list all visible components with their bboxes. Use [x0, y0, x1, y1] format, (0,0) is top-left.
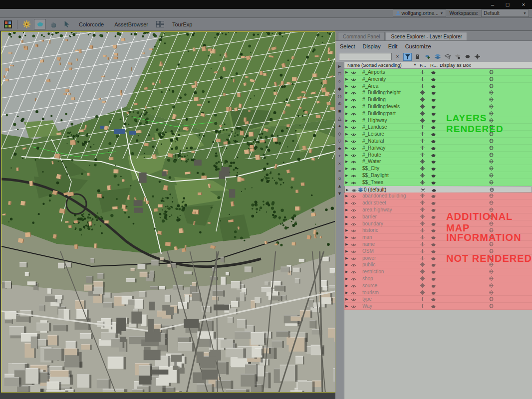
render-teapot-icon[interactable]	[431, 242, 436, 248]
app-grid-icon[interactable]	[2, 19, 14, 29]
maximize-button[interactable]: □	[500, 0, 515, 9]
filter-funnel-icon[interactable]	[403, 53, 412, 61]
display-filter-icon[interactable]: ×	[336, 160, 343, 167]
menu-display[interactable]: Display	[363, 43, 381, 49]
display-filter-icon[interactable]: ▼	[336, 190, 343, 197]
expand-arrow-icon[interactable]: ▶	[345, 208, 348, 212]
layer-row[interactable]: ▶#_Railway	[344, 145, 532, 152]
render-teapot-icon[interactable]	[431, 181, 436, 186]
layer-row[interactable]: ▶#_Building:part	[344, 110, 532, 117]
menu-select[interactable]: Select	[340, 43, 355, 49]
layer-row[interactable]: ▶Way	[344, 303, 532, 310]
frozen-snowflake-icon[interactable]	[420, 200, 425, 206]
display-as-box-globe-icon[interactable]	[489, 194, 494, 199]
display-as-box-globe-icon[interactable]	[489, 249, 494, 254]
layer-row[interactable]: ▶#_Route	[344, 152, 532, 159]
display-as-box-globe-icon[interactable]	[489, 70, 494, 75]
layer-row[interactable]: ▶#_Landuse	[344, 124, 532, 131]
window-grid-icon[interactable]	[154, 19, 166, 29]
eye-visibility-icon[interactable]	[351, 167, 356, 172]
expand-arrow-icon[interactable]: ▶	[345, 284, 348, 288]
layer-row[interactable]: ▶OSM	[344, 248, 532, 255]
display-as-box-globe-icon[interactable]	[489, 132, 494, 137]
eye-visibility-icon[interactable]	[351, 201, 356, 206]
display-as-box-globe-icon[interactable]	[490, 188, 494, 193]
eye-visibility-icon[interactable]	[351, 215, 356, 220]
render-teapot-icon[interactable]	[431, 291, 436, 296]
eye-visibility-icon[interactable]	[351, 284, 356, 289]
eye-visibility-icon[interactable]	[351, 77, 356, 83]
frozen-snowflake-icon[interactable]	[420, 139, 425, 144]
colorcode-button[interactable]: Colorcode	[74, 19, 108, 29]
render-teapot-icon[interactable]	[431, 84, 436, 90]
create-layer-button[interactable]	[423, 53, 432, 61]
display-as-box-globe-icon[interactable]	[489, 153, 494, 158]
layer-row[interactable]: ▶#_Natural	[344, 138, 532, 145]
render-teapot-icon[interactable]	[431, 256, 436, 262]
explorer-settings-gear-icon[interactable]	[473, 53, 482, 61]
layer-row[interactable]: ▶#_Building:levels	[344, 103, 532, 110]
frozen-snowflake-icon[interactable]	[420, 221, 425, 227]
assetbrowser-button[interactable]: AssetBrowser	[110, 19, 153, 29]
select-layer-objects-button[interactable]	[443, 53, 452, 61]
lock-icon[interactable]	[413, 53, 422, 61]
frozen-snowflake-icon[interactable]	[420, 235, 425, 240]
frozen-snowflake-icon[interactable]	[420, 269, 425, 275]
display-as-box-globe-icon[interactable]	[489, 159, 494, 165]
render-teapot-icon[interactable]	[431, 174, 436, 179]
expand-arrow-icon[interactable]: ▶	[345, 146, 348, 150]
expand-arrow-icon[interactable]: ▶	[345, 201, 348, 205]
eye-visibility-icon[interactable]	[351, 235, 356, 241]
display-filter-icon[interactable]: ≡	[336, 168, 343, 175]
layer-row[interactable]: ▶#_Amenity	[344, 76, 532, 83]
frozen-snowflake-icon[interactable]	[420, 276, 425, 282]
render-teapot-icon[interactable]	[431, 270, 436, 275]
layer-row[interactable]: ▶historic	[344, 227, 532, 234]
menu-edit[interactable]: Edit	[388, 43, 398, 49]
expand-arrow-icon[interactable]: ▶	[346, 188, 348, 192]
frozen-snowflake-icon[interactable]	[421, 188, 425, 193]
display-as-box-globe-icon[interactable]	[489, 111, 494, 117]
frozen-snowflake-icon[interactable]	[420, 70, 425, 75]
render-teapot-icon[interactable]	[431, 263, 436, 268]
display-as-box-globe-icon[interactable]	[489, 262, 494, 268]
render-teapot-icon[interactable]	[431, 194, 436, 200]
display-as-box-globe-icon[interactable]	[489, 235, 494, 240]
layer-row[interactable]: ▶0 (default)	[344, 186, 532, 193]
render-teapot-icon[interactable]	[431, 208, 436, 213]
render-teapot-icon[interactable]	[431, 77, 436, 83]
eye-visibility-icon[interactable]	[351, 146, 356, 152]
frozen-snowflake-icon[interactable]	[420, 125, 425, 130]
expand-arrow-icon[interactable]: ▶	[345, 181, 348, 185]
frozen-snowflake-icon[interactable]	[420, 194, 425, 199]
render-teapot-icon[interactable]	[431, 215, 436, 220]
layer-row[interactable]: ▶#_Building	[344, 96, 532, 103]
display-filter-icon[interactable]: ⊕	[336, 100, 343, 107]
column-render[interactable]: R...	[430, 62, 438, 68]
frozen-snowflake-icon[interactable]	[420, 256, 425, 261]
layer-row[interactable]: ▶type	[344, 296, 532, 303]
eye-visibility-icon[interactable]	[351, 228, 356, 234]
tourexp-button[interactable]: TourExp	[168, 19, 197, 29]
display-filter-icon[interactable]: ★	[336, 145, 343, 152]
display-filter-icon[interactable]: □	[336, 70, 343, 77]
eye-visibility-icon[interactable]	[351, 153, 356, 159]
frozen-snowflake-icon[interactable]	[420, 118, 425, 124]
expand-arrow-icon[interactable]: ▶	[345, 235, 348, 239]
render-teapot-icon[interactable]	[431, 112, 436, 117]
column-frozen[interactable]: F...	[420, 62, 426, 68]
eye-visibility-icon[interactable]	[351, 91, 356, 96]
layer-row[interactable]: ▶barrier	[344, 213, 532, 220]
expand-arrow-icon[interactable]: ▶	[345, 228, 348, 232]
teapot-render-icon[interactable]	[34, 19, 46, 29]
expand-arrow-icon[interactable]: ▶	[345, 91, 348, 95]
display-filter-icon[interactable]: ◇	[336, 130, 343, 137]
add-to-layer-button[interactable]	[433, 53, 442, 61]
expand-arrow-icon[interactable]: ▶	[345, 153, 348, 157]
column-header-row[interactable]: Name (Sorted Ascending) ▲ F... R... Disp…	[344, 62, 532, 69]
tab-command-panel[interactable]: Command Panel	[338, 32, 385, 40]
expand-arrow-icon[interactable]: ▶	[345, 270, 348, 274]
search-input[interactable]	[339, 53, 392, 60]
layer-row[interactable]: ▶public	[344, 261, 532, 268]
display-filter-icon[interactable]: △	[336, 115, 343, 122]
